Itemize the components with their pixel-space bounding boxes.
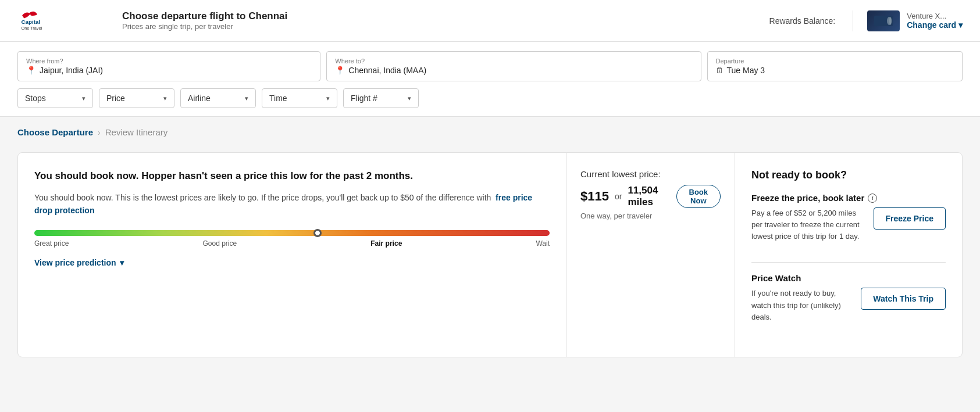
breadcrumb-section: Choose Departure › Review Itinerary xyxy=(0,117,980,143)
price-filter[interactable]: Price ▾ xyxy=(99,88,174,108)
logo: Capital One Travel xyxy=(17,8,93,34)
price-card-middle: Current lowest price: $115 or 11,504 mil… xyxy=(566,153,735,357)
header: Capital One Travel Choose departure flig… xyxy=(0,0,980,42)
freeze-price-desc: Pay a fee of $52 or 5,200 miles per trav… xyxy=(751,207,867,249)
flight-number-filter[interactable]: Flight # ▾ xyxy=(343,88,419,108)
price-card-left: You should book now. Hopper hasn't seen … xyxy=(18,153,566,357)
price-bar-container: Great price Good price Fair price Wait xyxy=(34,230,550,248)
freeze-price-title: Freeze the price, book later i xyxy=(751,193,946,203)
chevron-down-icon: ▾ xyxy=(958,20,963,30)
book-now-button[interactable]: Book Now xyxy=(676,185,721,208)
watch-title: Price Watch xyxy=(751,273,946,283)
price-prediction-card: You should book now. Hopper hasn't seen … xyxy=(17,152,963,357)
freeze-price-block: Freeze the price, book later i Pay a fee… xyxy=(751,193,946,249)
breadcrumb-review-itinerary: Review Itinerary xyxy=(105,127,168,137)
svg-text:One Travel: One Travel xyxy=(22,26,42,31)
price-row: $115 or 11,504 miles Book Now xyxy=(580,185,721,208)
watch-desc-text: If you're not ready to buy, watch this t… xyxy=(751,288,854,329)
watch-this-trip-button[interactable]: Watch This Trip xyxy=(861,288,946,310)
watch-trip-row: If you're not ready to buy, watch this t… xyxy=(751,288,946,329)
card-area: Venture X... Change card ▾ xyxy=(853,10,963,31)
watch-trip-block: Price Watch If you're not ready to buy, … xyxy=(751,273,946,329)
filters-row: Stops ▾ Price ▾ Airline ▾ Time ▾ Flight … xyxy=(17,88,963,108)
departure-label: Departure xyxy=(716,58,954,65)
price-miles: 11,504 miles xyxy=(628,185,670,208)
calendar-icon: 🗓 xyxy=(716,66,724,75)
stops-chevron-icon: ▾ xyxy=(82,95,85,102)
to-field[interactable]: Where to? 📍 Chennai, India (MAA) xyxy=(326,51,701,81)
flight-number-chevron-icon: ▾ xyxy=(408,95,411,102)
departure-value: 🗓 Tue May 3 xyxy=(716,66,954,75)
freeze-price-button[interactable]: Freeze Price xyxy=(874,207,946,230)
freeze-info-icon[interactable]: i xyxy=(868,194,877,203)
rewards-label: Rewards Balance: xyxy=(769,16,836,26)
booking-headline: You should book now. Hopper hasn't seen … xyxy=(34,169,550,183)
breadcrumb-choose-departure[interactable]: Choose Departure xyxy=(17,127,93,137)
price-bar-track xyxy=(34,230,550,236)
card-image xyxy=(867,10,900,31)
good-price-label: Good price xyxy=(202,239,237,248)
not-ready-title: Not ready to book? xyxy=(751,169,946,181)
destination-icon: 📍 xyxy=(335,66,345,75)
airline-chevron-icon: ▾ xyxy=(245,95,248,102)
great-price-label: Great price xyxy=(34,239,69,248)
header-title-area: Choose departure flight to Chennai Price… xyxy=(122,10,769,31)
to-value: 📍 Chennai, India (MAA) xyxy=(335,66,692,75)
card-info: Venture X... Change card ▾ xyxy=(907,12,963,30)
time-chevron-icon: ▾ xyxy=(326,95,330,102)
price-chevron-icon: ▾ xyxy=(163,95,167,102)
from-field[interactable]: Where from? 📍 Jaipur, India (JAI) xyxy=(17,51,320,81)
freeze-price-row: Pay a fee of $52 or 5,200 miles per trav… xyxy=(751,207,946,249)
page-subtitle: Prices are single trip, per traveler xyxy=(122,22,769,31)
time-filter[interactable]: Time ▾ xyxy=(262,88,337,108)
stops-filter[interactable]: Stops ▾ xyxy=(17,88,93,108)
price-card-right: Not ready to book? Freeze the price, boo… xyxy=(735,153,962,357)
departure-field[interactable]: Departure 🗓 Tue May 3 xyxy=(707,51,963,81)
logo-area: Capital One Travel xyxy=(17,8,111,34)
view-prediction-chevron-icon: ▾ xyxy=(120,258,124,267)
page-title: Choose departure flight to Chennai xyxy=(122,10,769,22)
rewards-area: Rewards Balance: xyxy=(769,16,836,26)
current-lowest-label: Current lowest price: xyxy=(580,169,721,179)
price-bar-indicator xyxy=(313,229,322,237)
wait-label: Wait xyxy=(536,239,550,248)
view-price-prediction-button[interactable]: View price prediction ▾ xyxy=(34,258,124,267)
svg-rect-4 xyxy=(889,17,892,25)
change-card-button[interactable]: Change card ▾ xyxy=(907,20,963,30)
from-value: 📍 Jaipur, India (JAI) xyxy=(26,66,312,75)
one-way-label: One way, per traveler xyxy=(580,212,721,220)
to-label: Where to? xyxy=(335,58,692,65)
divider xyxy=(751,262,946,263)
price-dollar: $115 xyxy=(580,189,609,204)
airline-filter[interactable]: Airline ▾ xyxy=(180,88,256,108)
card-name: Venture X... xyxy=(907,12,963,20)
breadcrumb-separator: › xyxy=(98,128,101,137)
price-or: or xyxy=(615,192,622,201)
search-row: Where from? 📍 Jaipur, India (JAI) Where … xyxy=(17,51,963,81)
fair-price-label: Fair price xyxy=(370,239,402,248)
card-chip-icon xyxy=(873,15,894,27)
breadcrumb: Choose Departure › Review Itinerary xyxy=(17,127,963,137)
booking-detail: You should book now. This is the lowest … xyxy=(34,191,550,217)
search-section: Where from? 📍 Jaipur, India (JAI) Where … xyxy=(0,42,980,117)
from-label: Where from? xyxy=(26,58,312,65)
svg-text:Capital: Capital xyxy=(22,19,41,25)
price-bar-labels: Great price Good price Fair price Wait xyxy=(34,239,550,248)
location-icon: 📍 xyxy=(26,66,36,75)
main-content: You should book now. Hopper hasn't seen … xyxy=(0,143,980,375)
